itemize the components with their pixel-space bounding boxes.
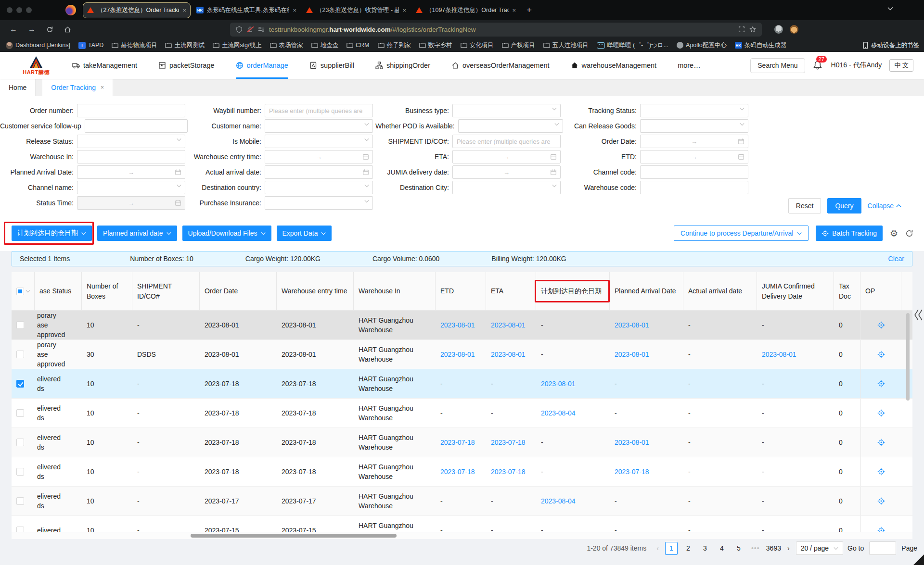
date-picker[interactable]: →: [452, 165, 561, 179]
batch-tracking-button[interactable]: Batch Tracking: [816, 226, 883, 241]
table-row[interactable]: poraryase approved30DSDS2023-08-012023-0…: [12, 340, 912, 369]
select-input[interactable]: [265, 135, 373, 148]
date-link[interactable]: 2023-08-01: [615, 320, 649, 330]
clear-selection-link[interactable]: Clear: [888, 255, 904, 263]
page-number-3693[interactable]: 3693: [766, 542, 781, 555]
page-number-5[interactable]: 5: [732, 542, 745, 555]
bookmark-item[interactable]: 产权项目: [502, 41, 535, 50]
table-row[interactable]: eliveredds10-2023-07-172023-07-17HART Gu…: [12, 487, 912, 516]
close-tab-icon[interactable]: ×: [182, 7, 186, 14]
date-link[interactable]: 2023-08-01: [440, 350, 475, 359]
bookmark-item[interactable]: Dashboard [Jenkins]: [6, 42, 70, 49]
track-order-icon[interactable]: [877, 380, 885, 388]
date-link[interactable]: 2023-08-01: [615, 438, 649, 447]
date-link[interactable]: 2023-08-04: [541, 496, 576, 506]
prev-page-button[interactable]: ‹: [654, 544, 661, 552]
bookmark-item[interactable]: CRM: [346, 42, 369, 49]
track-order-icon[interactable]: [877, 409, 885, 417]
date-picker[interactable]: →: [265, 150, 373, 163]
select-input[interactable]: [77, 135, 185, 148]
date-picker[interactable]: [265, 165, 373, 179]
row-checkbox[interactable]: [16, 527, 24, 532]
browser-tab[interactable]: （1097条推送信息）Order Track×: [412, 2, 520, 18]
nav-item-more[interactable]: more…: [678, 52, 701, 79]
track-order-icon[interactable]: [877, 527, 885, 532]
track-order-icon[interactable]: [877, 351, 885, 358]
page-number-3[interactable]: 3: [699, 542, 711, 555]
text-input[interactable]: [85, 119, 188, 133]
table-row[interactable]: eliveredds10-2023-07-182023-07-18HART Gu…: [12, 369, 912, 399]
reset-button[interactable]: Reset: [788, 198, 821, 213]
date-link[interactable]: 2023-08-01: [491, 350, 526, 359]
bookmark-item[interactable]: 燕子到家: [378, 41, 411, 50]
bookmark-item[interactable]: 土流网stg/线上: [213, 41, 262, 50]
user-name[interactable]: H016 - 代伟Andy: [831, 61, 882, 70]
window-controls[interactable]: [0, 7, 37, 13]
nav-item-supplierbill[interactable]: supplierBill: [309, 52, 354, 79]
permissions-icon[interactable]: [258, 26, 265, 32]
close-tab-icon[interactable]: ×: [402, 7, 406, 14]
back-button[interactable]: ←: [10, 25, 17, 34]
collapse-panel-icon[interactable]: [913, 309, 923, 321]
row-checkbox[interactable]: [16, 468, 24, 476]
bookmark-item[interactable]: 土流网测试: [165, 41, 205, 50]
date-link[interactable]: 2023-08-01: [762, 350, 796, 359]
select-input[interactable]: [265, 119, 373, 133]
bookmark-item[interactable]: 哔哩哔哩 (゜-゜)つロ...: [597, 41, 669, 50]
nav-item-shippingorder[interactable]: shippingOrder: [375, 52, 430, 79]
nav-item-overseasordermanagement[interactable]: overseasOrderManagement: [451, 52, 550, 79]
select-input[interactable]: [265, 181, 373, 194]
forward-button[interactable]: →: [28, 25, 36, 34]
home-button[interactable]: [64, 26, 71, 33]
select-input[interactable]: [452, 104, 561, 117]
date-link[interactable]: 2023-08-04: [541, 408, 576, 418]
close-tab-icon[interactable]: ×: [512, 7, 516, 14]
url-bar[interactable]: testtrunkbookingmgr.hart-worldwide.com/#…: [230, 23, 762, 37]
bookmark-star-icon[interactable]: [749, 26, 756, 33]
action-button[interactable]: Planned arrival date: [97, 226, 177, 241]
track-order-icon[interactable]: [877, 439, 885, 446]
language-toggle[interactable]: 中 文: [889, 59, 913, 72]
date-picker[interactable]: →: [452, 150, 561, 163]
lock-insecure-icon[interactable]: [247, 26, 254, 33]
date-link[interactable]: 2023-07-18: [491, 438, 526, 447]
date-link[interactable]: 2023-07-18: [491, 467, 526, 477]
date-picker[interactable]: →: [640, 135, 748, 148]
browser-tab[interactable]: （27条推送信息）Order Tracking×: [83, 2, 191, 18]
extension-icon[interactable]: [774, 25, 783, 34]
bookmark-mobile-device[interactable]: 移动设备上的书签: [863, 41, 919, 50]
select-input[interactable]: [458, 119, 563, 133]
bookmark-item[interactable]: 农场管家: [270, 41, 303, 50]
nav-item-takemanagement[interactable]: takeManagement: [72, 52, 137, 79]
page-number-2[interactable]: 2: [682, 542, 694, 555]
table-settings-gear-icon[interactable]: ⚙: [890, 229, 898, 238]
refresh-icon[interactable]: [905, 229, 913, 238]
table-row[interactable]: eliveredds10-2023-07-182023-07-18HART Gu…: [12, 428, 912, 457]
row-checkbox[interactable]: [16, 439, 24, 446]
list-all-tabs-icon[interactable]: [887, 7, 893, 11]
text-input[interactable]: [77, 104, 185, 117]
horizontal-scrollbar[interactable]: [12, 532, 912, 539]
row-checkbox[interactable]: [16, 409, 24, 417]
new-tab-button[interactable]: +: [520, 5, 539, 15]
goto-page-input[interactable]: [869, 541, 896, 555]
tab-order-tracking[interactable]: Order Tracking×: [42, 79, 113, 96]
page-number-1[interactable]: 1: [665, 542, 678, 555]
table-row[interactable]: elivered10-2023-07-152023-07-15HART Guan…: [12, 516, 912, 532]
extension-icon[interactable]: [790, 25, 798, 34]
table-row[interactable]: poraryase approved10-2023-08-012023-08-0…: [12, 311, 912, 340]
browser-tab[interactable]: （23条推送信息）收货管理 - 赫德×: [302, 2, 410, 18]
nav-item-packetstorage[interactable]: packetStorage: [158, 52, 215, 79]
date-link[interactable]: 2023-07-18: [615, 467, 649, 477]
search-menu-button[interactable]: Search Menu: [750, 58, 805, 73]
vertical-scrollbar[interactable]: [906, 313, 910, 401]
close-tab-icon[interactable]: ×: [101, 84, 104, 91]
row-checkbox[interactable]: [16, 380, 24, 388]
row-checkbox[interactable]: [16, 321, 24, 329]
date-link[interactable]: 2023-07-18: [440, 438, 475, 447]
select-input[interactable]: [640, 104, 748, 117]
page-size-select[interactable]: 20 / page: [796, 541, 843, 555]
text-input[interactable]: Please enter (multiple queries are: [265, 104, 373, 117]
continue-process-button[interactable]: Continue to process Departure/Arrival: [674, 226, 808, 241]
track-order-icon[interactable]: [877, 497, 885, 505]
